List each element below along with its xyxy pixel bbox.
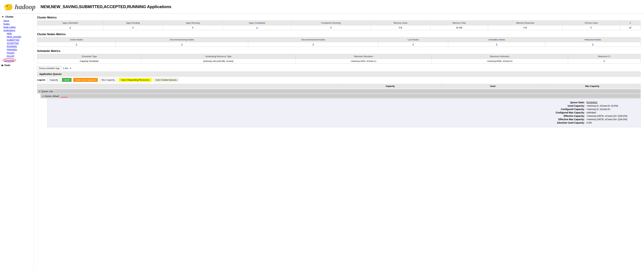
legend-max-capacity: Max Capacity <box>100 78 117 82</box>
cluster-metrics-title: Cluster Metrics <box>37 16 640 19</box>
col-memory-total: Memory Total <box>430 21 488 25</box>
val-apps-pending: 0 <box>103 25 163 30</box>
configured-max-capacity-label: Configured Max Capacity: <box>541 111 585 114</box>
queue-default-label: Queue: default <box>45 95 59 97</box>
hadoop-elephant-icon <box>4 2 14 12</box>
val-apps-submitted: 4 <box>37 25 103 30</box>
col-unhealthy-nodes: Unhealthy Nodes <box>448 37 545 42</box>
val-apps-completed: 4 <box>223 25 291 30</box>
sidebar-item-nodes[interactable]: Nodes <box>2 22 32 26</box>
val-minimum-allocation: <memory:1024, vCores:1> <box>295 59 432 64</box>
scheduler-metrics-table: Scheduler Type Scheduling Resource Type … <box>37 54 640 64</box>
col-v: V <box>620 21 640 25</box>
configured-max-capacity-value: unlimited <box>586 111 637 114</box>
val-containers-running: 0 <box>291 25 371 30</box>
col-scheduler-type: Scheduler Type <box>37 54 142 59</box>
col-decommissioning-nodes: Decommissioning Nodes <box>116 37 248 42</box>
sidebar-item-finished[interactable]: FINISHED <box>5 48 32 51</box>
col-capacity-header: Capacity <box>339 84 442 88</box>
val-memory-total: 24 GB <box>430 25 488 30</box>
dump-row: Dump scheduler logs 1 min ▼ <box>37 66 640 70</box>
legend-over-capacity: Used (over capacity) <box>73 78 98 82</box>
queue-default-triangle-icon: ◄ <box>42 95 44 97</box>
col-memory-used: Memory Used <box>370 21 430 25</box>
sidebar: ▼ Cluster About Nodes Node Labels Applic… <box>0 14 34 270</box>
col-memory-reserved: Memory Reserved <box>488 21 562 25</box>
configured-capacity-label: Configured Capacity: <box>541 108 585 110</box>
val-decommissioned-nodes: 0 <box>248 42 378 47</box>
dropdown-arrow-icon[interactable]: ▼ <box>70 67 72 69</box>
sidebar-item-running[interactable]: RUNNING <box>5 45 32 48</box>
col-apps-completed: Apps Completed <box>223 21 291 25</box>
legend-users-requesting: Users Requesting Resources <box>119 78 152 82</box>
main-layout: ▼ Cluster About Nodes Node Labels Applic… <box>0 14 644 270</box>
col-maximum-allocation: Maximum Allocation <box>432 54 568 59</box>
queue-state-row: Queue State: RUNNING <box>51 101 637 104</box>
main-content: Cluster Metrics Apps Submitted Apps Pend… <box>34 14 644 270</box>
effective-max-capacity-row: Effective Max Capacity: <memory:24576, v… <box>51 118 637 121</box>
dump-scheduler-logs-button[interactable]: Dump scheduler logs <box>37 66 62 70</box>
tools-label: Tools <box>4 64 10 67</box>
page-title: NEW,NEW_SAVING,SUBMITTED,ACCEPTED,RUNNIN… <box>40 5 171 9</box>
legend-auto-created: Auto Created Queues <box>154 78 179 82</box>
sidebar-tools-section[interactable]: ▶ Tools <box>2 64 32 67</box>
val-lost-nodes: 0 <box>378 42 448 47</box>
sidebar-item-new[interactable]: NEW <box>5 32 32 35</box>
sidebar-item-about[interactable]: About <box>2 19 32 22</box>
queue-default-row[interactable]: ◄ Queue: default <box>40 94 640 98</box>
sidebar-item-new-saving[interactable]: NEW_SAVING <box>5 35 32 38</box>
col-apps-pending: Apps Pending <box>103 21 163 25</box>
queue-root-bar <box>55 90 639 93</box>
val-memory-used: 0 B <box>370 25 430 30</box>
cluster-label: Cluster <box>6 15 14 18</box>
absolute-used-capacity-label: Absolute Used Capacity: <box>541 121 585 124</box>
col-rebooted-nodes: Rebooted Nodes <box>545 37 640 42</box>
sidebar-item-scheduler[interactable]: Scheduler <box>3 58 16 62</box>
col-apps-submitted: Apps Submitted <box>37 21 103 25</box>
cluster-metrics-row: 4 0 0 4 0 0 B 24 GB 0 B 0 24 <box>37 25 640 30</box>
effective-capacity-value: <memory:24576, vCores:24> (100.0%) <box>586 115 637 117</box>
absolute-used-capacity-value: 0.0% <box>586 121 637 124</box>
col-used-header: Used <box>442 84 544 88</box>
sidebar-item-node-labels[interactable]: Node Labels <box>2 26 32 29</box>
effective-max-capacity-value: <memory:24576, vCores:24> (100.0%) <box>586 118 637 121</box>
sidebar-cluster-section[interactable]: ▼ Cluster <box>2 15 32 18</box>
val-scheduler-type: Capacity Scheduler <box>37 59 142 64</box>
val-vcores-used: 0 <box>562 25 620 30</box>
val-maximum-cl: 0 <box>568 59 640 64</box>
queue-root-triangle-icon: ◄ <box>39 90 40 92</box>
page-header: hadoop NEW,NEW_SAVING,SUBMITTED,ACCEPTED… <box>0 0 644 14</box>
configured-capacity-value: <memory:0, vCores:0> <box>586 108 637 110</box>
col-minimum-allocation: Minimum Allocation <box>295 54 432 59</box>
queue-root-container: ◄ Queue: root ◄ Queue: default <box>37 89 640 127</box>
queue-root-label: Queue: root <box>41 90 53 93</box>
val-decommissioning-nodes: 0 <box>116 42 248 47</box>
tools-triangle-icon: ▶ <box>2 64 4 67</box>
val-apps-running: 0 <box>163 25 223 30</box>
queue-header-table: Capacity Used Max Capacity <box>37 84 640 88</box>
queue-default-bar <box>61 95 639 97</box>
configured-capacity-row: Configured Capacity: <memory:0, vCores:0… <box>51 108 637 110</box>
effective-max-capacity-label: Effective Max Capacity: <box>541 118 585 121</box>
val-memory-reserved: 0 B <box>488 25 562 30</box>
val-scheduling-resource-type: [memory-mb (unit=Mi), vcores] <box>142 59 295 64</box>
sidebar-item-submitted[interactable]: SUBMITTED <box>5 38 32 42</box>
legend-used: Used <box>62 78 72 82</box>
queue-default-container: ◄ Queue: default Queue State: RUNNING <box>40 94 640 127</box>
legend-label: Legend: <box>37 79 46 81</box>
queue-root-row[interactable]: ◄ Queue: root <box>37 89 640 93</box>
sidebar-item-applications[interactable]: Applications <box>2 29 32 32</box>
col-lost-nodes: Lost Nodes <box>378 37 448 42</box>
sidebar-item-killed[interactable]: KILLED <box>5 54 32 58</box>
app-sublinks: NEW NEW_SAVING SUBMITTED ACCEPTED RUNNIN… <box>2 32 32 58</box>
sidebar-item-failed[interactable]: FAILED <box>5 51 32 54</box>
app-queues-title: Application Queues <box>37 72 640 77</box>
queue-default-details: Queue State: RUNNING Used Capacity: <mem… <box>47 98 640 127</box>
legend-row: Legend: Capacity Used Used (over capacit… <box>37 78 640 82</box>
col-max-capacity-header: Max Capacity <box>544 84 640 88</box>
configured-max-capacity-row: Configured Max Capacity: unlimited <box>51 111 637 114</box>
queue-state-value: RUNNING <box>586 101 637 104</box>
val-v: 24 <box>620 25 640 30</box>
scheduler-section: Dump scheduler logs 1 min ▼ Application … <box>37 66 640 127</box>
sidebar-item-accepted[interactable]: ACCEPTED <box>5 42 32 45</box>
